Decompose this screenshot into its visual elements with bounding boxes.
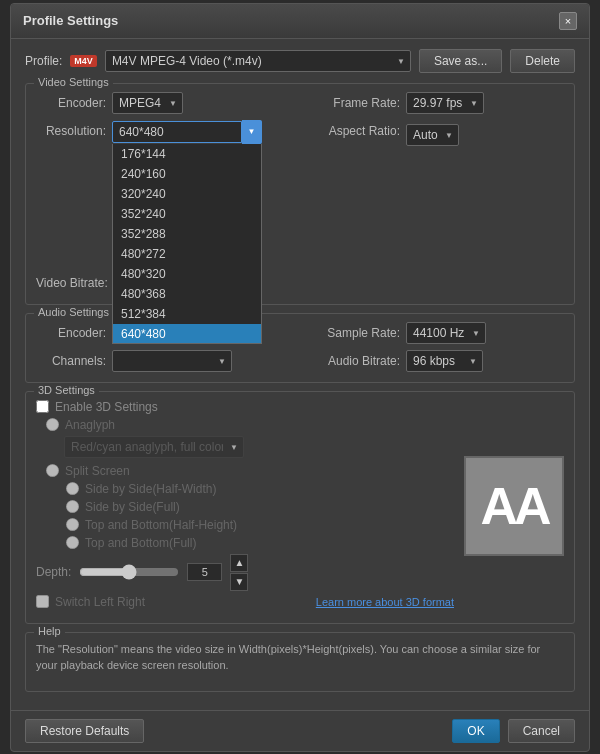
side-by-side-half-radio[interactable] — [66, 482, 79, 495]
close-button[interactable]: × — [559, 12, 577, 30]
encoder-label: Encoder: — [36, 96, 106, 110]
depth-label: Depth: — [36, 565, 71, 579]
audio-bitrate-select-wrapper: 64 kbps 96 kbps 128 kbps 192 kbps — [406, 350, 483, 372]
resolution-option-240[interactable]: 240*160 — [113, 164, 261, 184]
save-as-button[interactable]: Save as... — [419, 49, 502, 73]
profile-badge: M4V — [70, 55, 97, 67]
frame-rate-group: Frame Rate: 23.97 fps 25 fps 29.97 fps 3… — [310, 92, 564, 114]
cancel-button[interactable]: Cancel — [508, 719, 575, 743]
switch-lr-row: Switch Left Right Learn more about 3D fo… — [36, 595, 454, 609]
profile-select-wrapper: M4V MPEG-4 Video (*.m4v) MP4 Video AVI V… — [105, 50, 411, 72]
profile-row: Profile: M4V M4V MPEG-4 Video (*.m4v) MP… — [25, 49, 575, 73]
sample-rate-group: Sample Rate: 22050 Hz 44100 Hz 48000 Hz — [310, 322, 564, 344]
restore-defaults-button[interactable]: Restore Defaults — [25, 719, 144, 743]
bottom-bar: Restore Defaults OK Cancel — [11, 710, 589, 751]
audio-bitrate-select[interactable]: 64 kbps 96 kbps 128 kbps 192 kbps — [406, 350, 483, 372]
channels-select-wrapper — [112, 350, 232, 372]
resolution-option-320[interactable]: 320*240 — [113, 184, 261, 204]
resolution-dropdown-container: ▼ 176*144 240*160 320*240 352*240 352*28… — [112, 120, 262, 144]
split-screen-label: Split Screen — [65, 464, 130, 478]
frame-rate-label: Frame Rate: — [310, 96, 400, 110]
top-bottom-full-row: Top and Bottom(Full) — [36, 536, 454, 550]
side-full-row: Side by Side(Full) — [36, 500, 454, 514]
resolution-dropdown-arrow[interactable]: ▼ — [242, 120, 262, 144]
encoder-select[interactable]: MPEG4 H.264 H.265 — [112, 92, 183, 114]
depth-row: Depth: ▲ ▼ — [36, 554, 454, 591]
depth-up-button[interactable]: ▲ — [230, 554, 248, 572]
resolution-option-480b[interactable]: 480*320 — [113, 264, 261, 284]
encoder-select-wrapper: MPEG4 H.264 H.265 — [112, 92, 183, 114]
anaglyph-radio[interactable] — [46, 418, 59, 431]
resolution-option-480a[interactable]: 480*272 — [113, 244, 261, 264]
aspect-ratio-select[interactable]: Auto 4:3 16:9 — [406, 124, 459, 146]
resolution-group: Resolution: ▼ 176*144 240*160 320*240 — [36, 120, 290, 146]
dropdown-arrow-icon: ▼ — [248, 127, 256, 136]
split-screen-radio[interactable] — [46, 464, 59, 477]
side-by-side-full-radio[interactable] — [66, 500, 79, 513]
resolution-option-176[interactable]: 176*144 — [113, 144, 261, 164]
three-d-content: Enable 3D Settings Anaglyph Red/cyan ana… — [36, 400, 564, 613]
resolution-input[interactable] — [112, 121, 242, 143]
anaglyph-select[interactable]: Red/cyan anaglyph, full color — [64, 436, 244, 458]
help-section: Help The "Resolution" means the video si… — [25, 632, 575, 692]
resolution-option-352a[interactable]: 352*240 — [113, 204, 261, 224]
top-bottom-full-radio[interactable] — [66, 536, 79, 549]
enable-3d-label: Enable 3D Settings — [55, 400, 158, 414]
three-d-left: Enable 3D Settings Anaglyph Red/cyan ana… — [36, 400, 454, 613]
audio-bitrate-label: Audio Bitrate: — [310, 354, 400, 368]
title-bar: Profile Settings × — [11, 4, 589, 39]
resolution-option-512[interactable]: 512*384 — [113, 304, 261, 324]
audio-bitrate-group: Audio Bitrate: 64 kbps 96 kbps 128 kbps … — [310, 350, 564, 372]
aa-preview-box: AA — [464, 456, 564, 556]
help-text: The "Resolution" means the video size in… — [36, 641, 564, 674]
frame-rate-select[interactable]: 23.97 fps 25 fps 29.97 fps 30 fps — [406, 92, 484, 114]
encoder-group: Encoder: MPEG4 H.264 H.265 — [36, 92, 290, 114]
learn-more-link[interactable]: Learn more about 3D format — [316, 596, 454, 608]
sample-rate-select-wrapper: 22050 Hz 44100 Hz 48000 Hz — [406, 322, 486, 344]
delete-button[interactable]: Delete — [510, 49, 575, 73]
split-screen-row: Split Screen — [36, 464, 454, 478]
anaglyph-option-wrapper: Red/cyan anaglyph, full color — [64, 436, 244, 458]
frame-rate-select-wrapper: 23.97 fps 25 fps 29.97 fps 30 fps — [406, 92, 484, 114]
channels-select[interactable] — [112, 350, 232, 372]
enable-3d-checkbox[interactable] — [36, 400, 49, 413]
depth-input[interactable] — [187, 563, 222, 581]
audio-settings-title: Audio Settings — [34, 306, 113, 318]
anaglyph-row: Anaglyph — [36, 418, 454, 432]
anaglyph-options-row: Red/cyan anaglyph, full color — [36, 436, 454, 458]
video-settings-section: Video Settings Encoder: MPEG4 H.264 H.26… — [25, 83, 575, 305]
resolution-dropdown-list[interactable]: 176*144 240*160 320*240 352*240 352*288 … — [112, 144, 262, 344]
top-bottom-half-label: Top and Bottom(Half-Height) — [85, 518, 237, 532]
top-bottom-half-row: Top and Bottom(Half-Height) — [36, 518, 454, 532]
depth-down-button[interactable]: ▼ — [230, 573, 248, 591]
profile-settings-dialog: Profile Settings × Profile: M4V M4V MPEG… — [10, 3, 590, 752]
three-d-settings-section: 3D Settings Enable 3D Settings Anaglyph — [25, 391, 575, 624]
resolution-option-640[interactable]: 640*480 — [113, 324, 261, 344]
top-bottom-half-radio[interactable] — [66, 518, 79, 531]
resolution-option-352b[interactable]: 352*288 — [113, 224, 261, 244]
depth-spinner: ▲ ▼ — [230, 554, 248, 591]
anaglyph-label: Anaglyph — [65, 418, 115, 432]
switch-lr-checkbox[interactable] — [36, 595, 49, 608]
audio-settings-section: Audio Settings Encoder: Sample Rate: 220… — [25, 313, 575, 383]
profile-select[interactable]: M4V MPEG-4 Video (*.m4v) MP4 Video AVI V… — [105, 50, 411, 72]
dialog-title: Profile Settings — [23, 13, 118, 28]
depth-slider[interactable] — [79, 564, 179, 580]
video-settings-grid: Encoder: MPEG4 H.264 H.265 Frame Rate: — [36, 92, 564, 294]
resolution-option-480c[interactable]: 480*368 — [113, 284, 261, 304]
three-d-settings-title: 3D Settings — [34, 384, 99, 396]
side-full-label: Side by Side(Full) — [85, 500, 180, 514]
sample-rate-label: Sample Rate: — [310, 326, 400, 340]
side-half-row: Side by Side(Half-Width) — [36, 482, 454, 496]
aspect-ratio-select-wrapper: Auto 4:3 16:9 — [406, 124, 459, 146]
video-bitrate-label: Video Bitrate: — [36, 276, 108, 290]
profile-label: Profile: — [25, 54, 62, 68]
sample-rate-select[interactable]: 22050 Hz 44100 Hz 48000 Hz — [406, 322, 486, 344]
video-settings-title: Video Settings — [34, 76, 113, 88]
help-title: Help — [34, 625, 65, 637]
side-half-label: Side by Side(Half-Width) — [85, 482, 216, 496]
channels-group: Channels: — [36, 350, 290, 372]
switch-lr-label: Switch Left Right — [55, 595, 145, 609]
ok-button[interactable]: OK — [452, 719, 499, 743]
audio-encoder-label: Encoder: — [36, 326, 106, 340]
